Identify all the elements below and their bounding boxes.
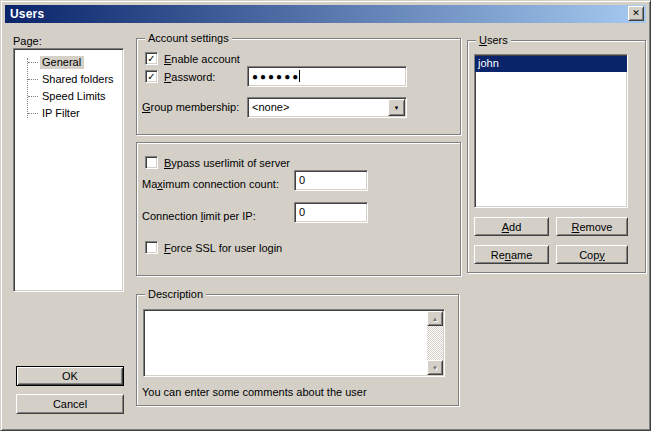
tree-item-general[interactable]: General xyxy=(14,54,123,71)
tree-twig-icon xyxy=(28,113,38,114)
max-connection-count-label: Maximum connection count: xyxy=(142,178,279,190)
tree-item-shared-folders[interactable]: Shared folders xyxy=(14,71,123,88)
password-masked-value: ●●●●●● xyxy=(252,71,300,82)
connection-limit-per-ip-value: 0 xyxy=(299,206,305,218)
titlebar: Users ✕ xyxy=(5,5,646,23)
tree-twig-icon xyxy=(28,96,38,97)
rename-button[interactable]: Rename xyxy=(474,245,549,264)
tree-item-label: General xyxy=(40,56,84,69)
check-icon: ✓ xyxy=(147,72,155,82)
description-hint: You can enter some comments about the us… xyxy=(142,386,367,398)
enable-account-checkbox[interactable]: ✓ xyxy=(145,52,158,65)
group-membership-label: Group membership: xyxy=(142,101,239,113)
scroll-down-button[interactable]: ▼ xyxy=(427,360,443,375)
chevron-down-icon: ▼ xyxy=(394,105,400,111)
group-membership-value: <none> xyxy=(252,101,289,113)
tree-twig-icon xyxy=(28,62,38,63)
copy-button[interactable]: Copy xyxy=(556,245,628,264)
remove-button[interactable]: Remove xyxy=(556,217,628,236)
combo-dropdown-button[interactable]: ▼ xyxy=(388,99,405,116)
cancel-button[interactable]: Cancel xyxy=(16,394,124,414)
user-list-item[interactable]: john xyxy=(475,56,627,72)
description-title: Description xyxy=(145,288,206,301)
tree-item-label: Speed Limits xyxy=(40,90,109,103)
tree-item-label: Shared folders xyxy=(40,73,117,86)
close-icon: ✕ xyxy=(632,9,640,18)
text-caret xyxy=(299,70,300,82)
max-connection-count-value: 0 xyxy=(299,174,305,186)
ok-button[interactable]: OK xyxy=(16,366,124,386)
force-ssl-checkbox[interactable] xyxy=(145,241,158,254)
password-input[interactable]: ●●●●●● xyxy=(247,66,407,87)
group-membership-select[interactable]: <none> ▼ xyxy=(247,97,407,118)
close-button[interactable]: ✕ xyxy=(628,6,644,21)
force-ssl-label: Force SSL for user login xyxy=(164,242,282,254)
tree-item-speed-limits[interactable]: Speed Limits xyxy=(14,88,123,105)
scroll-down-icon: ▼ xyxy=(432,365,438,371)
check-icon: ✓ xyxy=(147,54,155,64)
scroll-up-icon: ▲ xyxy=(432,316,438,322)
password-checkbox[interactable]: ✓ xyxy=(145,70,158,83)
tree-item-ip-filter[interactable]: IP Filter xyxy=(14,105,123,122)
page-tree[interactable]: General Shared folders Speed Limits IP F… xyxy=(13,48,124,292)
users-dialog: Users ✕ Page: General Shared folders Spe… xyxy=(0,0,651,431)
max-connection-count-input[interactable]: 0 xyxy=(294,170,368,191)
window-title: Users xyxy=(10,7,44,21)
connection-limit-per-ip-input[interactable]: 0 xyxy=(294,202,368,223)
bypass-userlimit-label: Bypass userlimit of server xyxy=(164,157,290,169)
users-listbox[interactable]: john xyxy=(474,54,628,208)
enable-account-label: Enable account xyxy=(164,53,240,65)
connection-limit-per-ip-label: Connection limit per IP: xyxy=(142,210,256,222)
user-name: john xyxy=(478,57,499,69)
password-label: Password: xyxy=(164,71,215,83)
scroll-up-button[interactable]: ▲ xyxy=(427,311,443,326)
users-group-title: Users xyxy=(476,34,511,47)
add-button[interactable]: Add xyxy=(474,217,549,236)
account-settings-title: Account settings xyxy=(145,32,232,45)
bypass-userlimit-checkbox[interactable] xyxy=(145,156,158,169)
tree-item-label: IP Filter xyxy=(40,107,83,120)
page-label: Page: xyxy=(13,35,42,47)
tree-twig-icon xyxy=(28,79,38,80)
description-scrollbar[interactable]: ▲ ▼ xyxy=(427,311,443,375)
description-textarea[interactable]: ▲ ▼ xyxy=(143,309,445,377)
